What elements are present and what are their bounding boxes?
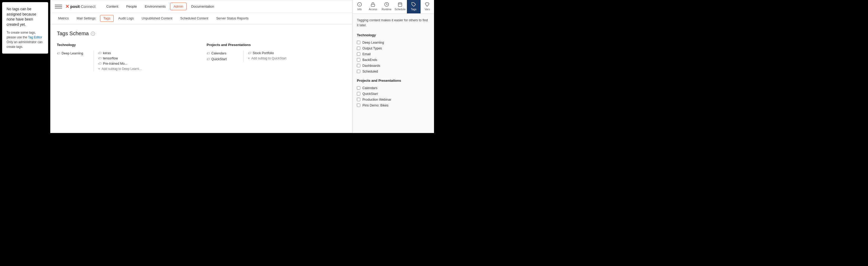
runtime-icon xyxy=(384,2,389,7)
tag-calendars: 🏷 Calendars xyxy=(207,51,243,56)
checkbox-dashboards-label: Dashboards xyxy=(363,64,380,68)
tooltip-body-suffix: Only an administrator can create tags. xyxy=(7,40,43,48)
nav-people[interactable]: People xyxy=(123,3,140,10)
category-technology-title: Technology xyxy=(57,43,196,47)
tag-icon: 🏷 xyxy=(248,51,251,55)
page-title-text: Tags Schema xyxy=(57,31,89,37)
navbar: ✕ posit·Connect Content People Environme… xyxy=(51,0,352,13)
info-btn-label: Info xyxy=(357,8,362,11)
page-title: Tags Schema i xyxy=(57,31,346,37)
tag-icon: 🏷 xyxy=(98,62,101,65)
checkbox-calendars-label: Calendars xyxy=(363,86,377,90)
right-section-technology-title: Technology xyxy=(357,33,430,37)
checkbox-production-webinar-input[interactable] xyxy=(357,98,360,101)
checkbox-calendars-input[interactable] xyxy=(357,86,360,90)
tooltip-title: No tags can be assigned because none hav… xyxy=(7,7,44,27)
add-subtag-quickstart[interactable]: + Add subtag to QuickStart xyxy=(248,56,286,61)
right-panel-vars-btn[interactable]: Vars xyxy=(421,0,434,13)
projects-sub-col: 🏷 Stock Portfolio + Add subtag to QuickS… xyxy=(243,51,286,62)
checkbox-backends-input[interactable] xyxy=(357,58,360,62)
vars-icon xyxy=(425,2,430,7)
right-panel-tags-btn[interactable]: Tags xyxy=(407,0,421,13)
checkbox-deep-learning: Deep Learning xyxy=(357,40,430,45)
right-panel-runtime-btn[interactable]: Runtime xyxy=(380,0,394,13)
checkbox-output-types-label: Output Types xyxy=(363,46,382,50)
checkbox-scheduled-input[interactable] xyxy=(357,70,360,73)
tag-label: Calendars xyxy=(211,52,226,55)
right-panel: Info Access Runtime Sch xyxy=(352,0,434,133)
access-btn-label: Access xyxy=(369,8,377,11)
access-icon xyxy=(371,2,375,7)
category-technology: Technology 🏷 Deep Learning 🏷 keras xyxy=(57,43,196,71)
tag-label: Pre-trained Mo... xyxy=(103,62,127,65)
checkbox-output-types: Output Types xyxy=(357,45,430,51)
tag-icon: 🏷 xyxy=(98,51,101,55)
checkbox-production-webinar-label: Production Webinar xyxy=(363,98,391,101)
tab-mail-settings[interactable]: Mail Settings xyxy=(73,15,99,22)
checkbox-scheduled: Scheduled xyxy=(357,69,430,74)
checkbox-quickstart-label: QuickStart xyxy=(363,92,378,96)
tag-tensorflow: 🏷 tensorflow xyxy=(98,56,142,61)
nav-environments[interactable]: Environments xyxy=(141,3,169,10)
technology-columns: 🏷 Deep Learning 🏷 keras 🏷 tensorflow xyxy=(57,51,196,71)
tag-icon: 🏷 xyxy=(57,52,60,55)
tag-editor-link[interactable]: Tag Editor xyxy=(28,35,42,39)
technology-sub-col: 🏷 keras 🏷 tensorflow 🏷 Pre-trained Mo... xyxy=(94,51,142,71)
checkbox-calendars: Calendars xyxy=(357,85,430,91)
right-panel-info-btn[interactable]: Info xyxy=(353,0,366,13)
logo-text: posit·Connect xyxy=(70,4,96,9)
runtime-btn-label: Runtime xyxy=(382,8,391,11)
info-icon xyxy=(357,2,362,7)
right-panel-schedule-btn[interactable]: Schedule xyxy=(394,0,407,13)
category-projects: Projects and Presentations 🏷 Calendars 🏷… xyxy=(207,43,346,71)
plus-icon: + xyxy=(248,57,250,60)
tooltip-panel: No tags can be assigned because none hav… xyxy=(2,2,48,54)
tags-icon xyxy=(411,2,416,7)
tag-label: QuickStart xyxy=(211,57,227,61)
nav-documentation[interactable]: Documentation xyxy=(188,3,217,10)
tag-icon: 🏷 xyxy=(98,57,101,60)
checkbox-deep-learning-input[interactable] xyxy=(357,41,360,44)
checkbox-quickstart-input[interactable] xyxy=(357,92,360,95)
tab-server-status-reports[interactable]: Server Status Reports xyxy=(213,15,252,22)
svg-rect-5 xyxy=(399,3,402,7)
hamburger-menu[interactable] xyxy=(55,3,62,10)
checkbox-backends: BackEnds xyxy=(357,57,430,63)
tag-label: tensorflow xyxy=(103,57,118,60)
checkbox-email-label: Email xyxy=(363,52,371,56)
checkbox-quickstart: QuickStart xyxy=(357,91,430,97)
tag-quickstart: 🏷 QuickStart xyxy=(207,56,243,62)
tags-btn-label: Tags xyxy=(411,8,416,11)
tag-keras: 🏷 keras xyxy=(98,51,142,56)
vars-btn-label: Vars xyxy=(425,8,430,11)
nav-admin[interactable]: Admin xyxy=(170,3,187,10)
tooltip-body: To create some tags, please use the Tag … xyxy=(7,30,44,49)
tab-scheduled-content[interactable]: Scheduled Content xyxy=(177,15,212,22)
app-logo: ✕ posit·Connect xyxy=(65,4,96,9)
tab-audit-logs[interactable]: Audit Logs xyxy=(115,15,137,22)
add-subtag-deep-learning[interactable]: + Add subtag to Deep Learni... xyxy=(98,66,142,71)
content-area: Tags Schema i Technology 🏷 Deep Learning xyxy=(51,24,352,133)
svg-rect-3 xyxy=(371,4,375,6)
checkbox-scheduled-label: Scheduled xyxy=(363,70,378,73)
right-panel-content: Tagging content makes it easier for othe… xyxy=(353,14,434,133)
checkbox-backends-label: BackEnds xyxy=(363,58,377,62)
checkbox-pins-demo-bikes-input[interactable] xyxy=(357,104,360,107)
tab-tags[interactable]: Tags xyxy=(100,15,114,22)
tags-info-icon[interactable]: i xyxy=(91,32,95,36)
schedule-icon xyxy=(398,2,402,7)
tab-metrics[interactable]: Metrics xyxy=(55,15,72,22)
checkbox-dashboards-input[interactable] xyxy=(357,64,360,67)
tag-icon: 🏷 xyxy=(207,52,210,55)
nav-links: Content People Environments Admin Docume… xyxy=(103,3,348,10)
right-panel-access-btn[interactable]: Access xyxy=(366,0,380,13)
category-projects-title: Projects and Presentations xyxy=(207,43,346,47)
checkbox-pins-demo-bikes-label: Pins Demo: Bikes xyxy=(363,104,389,107)
tags-grid: Technology 🏷 Deep Learning 🏷 keras xyxy=(57,43,346,71)
checkbox-email-input[interactable] xyxy=(357,52,360,56)
checkbox-email: Email xyxy=(357,51,430,57)
tag-label: Stock Portfolio xyxy=(253,51,274,55)
checkbox-output-types-input[interactable] xyxy=(357,46,360,50)
nav-content[interactable]: Content xyxy=(103,3,122,10)
tab-unpublished-content[interactable]: Unpublished Content xyxy=(138,15,176,22)
